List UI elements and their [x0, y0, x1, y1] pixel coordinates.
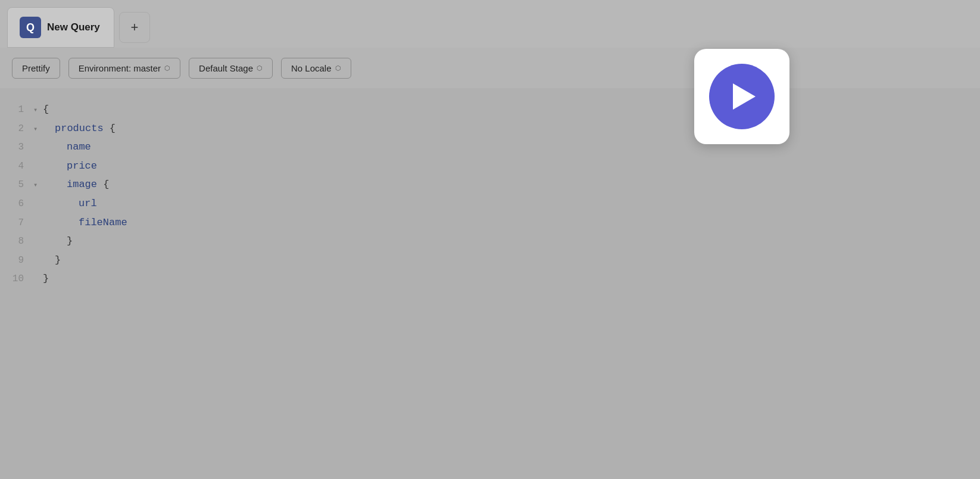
- tab-label: New Query: [47, 21, 100, 33]
- prettify-label: Prettify: [22, 63, 50, 73]
- code-line-5: 5 ▾ image {: [0, 175, 980, 194]
- locale-label: No Locale: [291, 63, 332, 73]
- environment-dropdown[interactable]: Environment: master ⬡: [68, 58, 180, 79]
- stage-label: Default Stage: [199, 63, 253, 73]
- code-editor[interactable]: 1 ▾ { 2 ▾ products { 3 name 4 price 5 ▾ …: [0, 88, 980, 479]
- locale-dropdown[interactable]: No Locale ⬡: [281, 58, 351, 79]
- add-tab-button[interactable]: +: [119, 12, 150, 43]
- active-tab[interactable]: Q New Query: [7, 7, 114, 48]
- code-text-4: price: [43, 157, 97, 175]
- code-line-8: 8 }: [0, 232, 980, 251]
- code-text-3: name: [43, 138, 91, 156]
- line-number-4: 4: [0, 158, 24, 176]
- code-line-6: 6 url: [0, 194, 980, 213]
- line-number-10: 10: [0, 270, 24, 288]
- code-line-2: 2 ▾ products {: [0, 119, 980, 138]
- code-line-3: 3 name: [0, 138, 980, 157]
- stage-chevron-icon: ⬡: [257, 64, 263, 72]
- tab-bar: Q New Query +: [0, 0, 980, 48]
- code-text-2: products {: [43, 119, 116, 138]
- collapse-arrow-5[interactable]: ▾: [33, 179, 43, 192]
- run-button[interactable]: [709, 64, 775, 129]
- environment-chevron-icon: ⬡: [164, 64, 170, 72]
- code-line-1: 1 ▾ {: [0, 100, 980, 119]
- code-text-7: fileName: [43, 213, 127, 232]
- collapse-arrow-1[interactable]: ▾: [33, 104, 43, 117]
- line-number-9: 9: [0, 252, 24, 270]
- code-text-10: }: [43, 269, 49, 288]
- code-text-5: image {: [43, 175, 109, 194]
- toolbar: Prettify Environment: master ⬡ Default S…: [0, 48, 980, 88]
- code-text-1: {: [43, 100, 49, 119]
- environment-label: Environment: master: [79, 63, 161, 73]
- locale-chevron-icon: ⬡: [335, 64, 341, 72]
- play-icon: [733, 83, 756, 110]
- tab-icon: Q: [20, 17, 41, 38]
- line-number-3: 3: [0, 139, 24, 157]
- run-button-panel: [694, 49, 789, 144]
- stage-dropdown[interactable]: Default Stage ⬡: [189, 58, 273, 79]
- line-number-6: 6: [0, 195, 24, 213]
- line-number-8: 8: [0, 233, 24, 251]
- line-number-7: 7: [0, 214, 24, 232]
- code-line-4: 4 price: [0, 157, 980, 176]
- code-line-7: 7 fileName: [0, 213, 980, 232]
- line-number-5: 5: [0, 176, 24, 194]
- code-line-9: 9 }: [0, 251, 980, 270]
- collapse-arrow-2[interactable]: ▾: [33, 123, 43, 136]
- tab-icon-letter: Q: [26, 21, 35, 34]
- code-text-9: }: [43, 251, 61, 269]
- prettify-button[interactable]: Prettify: [12, 58, 60, 79]
- line-number-1: 1: [0, 101, 24, 119]
- code-text-8: }: [43, 232, 73, 250]
- line-number-2: 2: [0, 120, 24, 138]
- code-line-10: 10 }: [0, 269, 980, 288]
- code-text-6: url: [43, 194, 97, 213]
